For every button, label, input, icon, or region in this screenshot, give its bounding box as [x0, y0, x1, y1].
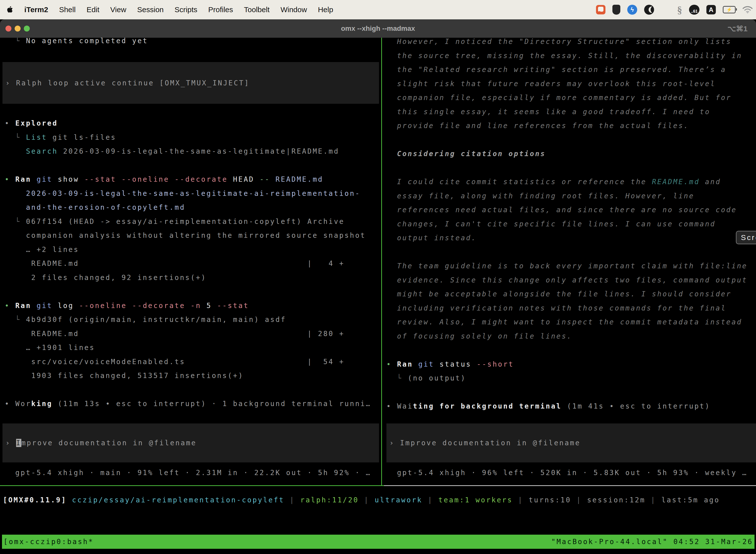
menu-item-view[interactable]: View	[110, 5, 126, 14]
terminal-line: of focusing solely on file lines.	[386, 329, 756, 343]
text-segment: 2026-03-09-is-legal-the-same-as-legitima…	[5, 189, 360, 198]
text-segment: last:5m ago	[662, 496, 720, 504]
menu-item-toolbelt[interactable]: Toolbelt	[244, 5, 270, 14]
pie-icon[interactable]	[644, 5, 654, 15]
wifi-icon[interactable]	[743, 6, 753, 13]
terminal-line: gpt-5.4 xhigh · 96% left · 520K in · 5.8…	[386, 466, 756, 480]
menu-item-session[interactable]: Session	[137, 5, 164, 14]
terminal-line: 2 files changed, 92 insertions(+)	[5, 271, 380, 285]
text-segment: |	[359, 496, 375, 504]
terminal-line: • Working (11m 13s • esc to interrupt) ·…	[5, 397, 380, 411]
apple-icon[interactable]	[6, 6, 13, 14]
text-segment: However, I noticed the "Directory Struct…	[386, 38, 732, 46]
menu-item-edit[interactable]: Edit	[86, 5, 100, 14]
pane-divider[interactable]	[381, 38, 382, 485]
terminal-line: • Ran git status --short	[386, 357, 756, 372]
tmux-host-clock: "MacBook-Pro-44.local" 04:52 31-Mar-26	[551, 538, 753, 546]
terminal-line: └ (no output)	[386, 371, 756, 385]
text-segment: Search	[26, 147, 58, 155]
menu-item-profiles[interactable]: Profiles	[208, 5, 233, 14]
terminal-line: • Explored	[5, 116, 380, 130]
text-segment: team:1 workers	[438, 496, 513, 504]
chat-icon[interactable]	[596, 5, 606, 14]
left-prompt-input[interactable]: › Improve documentation in @filename	[2, 424, 379, 462]
terminal-line	[5, 285, 380, 299]
text-segment: 1903 files changed, 513517 insertions(+)	[5, 372, 244, 380]
text-segment: •	[5, 301, 15, 310]
terminal-line: might be acceptable alongside the file l…	[386, 287, 756, 301]
text-segment: └	[5, 217, 26, 226]
text-segment: provide file and line references from th…	[386, 122, 689, 130]
left-model-status: gpt-5.4 xhigh · main · 91% left · 2.31M …	[5, 466, 380, 480]
terminal-line: evidence. Since this change only affects…	[386, 273, 756, 287]
text-segment: king	[31, 400, 53, 408]
terminal-line	[386, 343, 756, 357]
title-bar[interactable]: omx --xhigh --madmax ⌥⌘1	[0, 19, 756, 38]
terminal-line: provide file and line references from th…	[386, 119, 756, 133]
menu-item-scripts[interactable]: Scripts	[175, 5, 197, 14]
right-model-status: gpt-5.4 xhigh · 96% left · 520K in · 5.8…	[386, 466, 756, 480]
right-pane-log: However, I noticed the "Directory Struct…	[386, 38, 756, 413]
text-segment: and-the-erosion-of-copyleft.md	[5, 203, 185, 212]
blue-badge-icon[interactable]: ϟ	[627, 5, 637, 15]
terminal-line: • Ran git show --stat --oneline --decora…	[5, 172, 380, 187]
terminal-line: 1903 files changed, 513517 insertions(+)	[5, 369, 380, 383]
text-segment: … +1901 lines	[5, 343, 95, 352]
text-segment: cczip/essay/ai-reimplementation-copyleft	[67, 496, 285, 504]
tooltip-text: Scre	[741, 233, 756, 242]
text-segment: └	[386, 374, 408, 382]
text-segment: references need actual files, and since …	[386, 206, 737, 214]
dots-grid-icon[interactable]	[661, 5, 670, 14]
text-segment: HEAD	[228, 175, 254, 183]
terminal-line: Considering citation options	[386, 147, 756, 161]
text-segment: 067f154 (HEAD -> essay/ai-reimplementati…	[26, 217, 344, 226]
s-curve-icon[interactable]: §	[677, 4, 682, 16]
text-segment: Ran	[397, 360, 413, 368]
right-prompt-input[interactable]: › Improve documentation in @filename	[386, 424, 756, 462]
menu-item-shell[interactable]: Shell	[59, 5, 76, 14]
tmux-status-bar: [omx-cczip0:bash* "MacBook-Pro-44.local"…	[2, 535, 755, 549]
text-segment: No agents completed yet	[26, 38, 148, 45]
terminal-line: companion file, especially if more comme…	[386, 91, 756, 105]
text-segment: 2026-03-09-is-legal-the-same-as-legitima…	[58, 147, 339, 155]
text-segment: evidence. Since this change only affects…	[386, 276, 748, 284]
menu-item-help[interactable]: Help	[318, 5, 333, 14]
tmux-session-name[interactable]: [omx-cczip0:bash*	[3, 538, 94, 546]
text-segment: •	[386, 360, 397, 368]
terminal-line	[386, 161, 756, 175]
text-segment: might be acceptable alongside the file l…	[386, 290, 732, 298]
text-segment: companion file, especially if more comme…	[386, 94, 732, 102]
text-segment: Ralph loop active continue [OMX_TMUX_INJ…	[16, 79, 250, 87]
menu-item-window[interactable]: Window	[280, 5, 307, 14]
keyboard-a-icon[interactable]: A	[706, 5, 716, 14]
text-segment: README.md	[270, 175, 323, 183]
text-segment: 4b9d30f (origin/main, instructkr/main, m…	[26, 316, 286, 324]
terminal-line: I could cite commit statistics or refere…	[386, 175, 756, 189]
terminal-line: … +2 lines	[5, 243, 380, 257]
text-segment: output instead.	[386, 234, 477, 242]
window-shortcut-badge: ⌥⌘1	[728, 19, 748, 38]
text-segment: I could cite commit statistics or refere…	[386, 178, 652, 186]
terminal-line: slight risk that future readers may over…	[386, 77, 756, 91]
text-segment: README.md	[652, 178, 700, 186]
menu-item-iterm2[interactable]: iTerm2	[24, 5, 48, 14]
terminal-line: Search 2026-03-09-is-legal-the-same-as-l…	[5, 145, 380, 159]
text-segment: the source tree, missing the essay. Stil…	[386, 52, 742, 60]
terminal-line: the "Related research writing" section i…	[386, 63, 756, 77]
text-segment: └	[5, 38, 26, 45]
battery-charging-icon[interactable]: ⚡	[723, 6, 736, 13]
ralph-inject-box[interactable]: › Ralph loop active continue [OMX_TMUX_I…	[2, 62, 379, 104]
terminal-line: However, I noticed the "Directory Struct…	[386, 38, 756, 49]
text-segment: src/voice/voiceModeEnabled.ts | 54 +	[5, 358, 344, 366]
text-segment: --stat --oneline --decorate	[79, 175, 228, 183]
text-segment: of focusing solely on file lines.	[386, 332, 572, 340]
menu-bar: iTerm2 Shell Edit View Session Scripts P…	[0, 0, 756, 19]
text-segment: changes, I can't cite specific file line…	[386, 220, 715, 228]
text-segment: 5	[201, 301, 212, 310]
text-segment: git ls-files	[47, 133, 116, 142]
screen: iTerm2 Shell Edit View Session Scripts P…	[0, 0, 756, 554]
text-segment: turns:10	[528, 496, 571, 504]
shield-keyboard-icon[interactable]	[612, 5, 620, 15]
gauge-icon[interactable]: ..61	[689, 5, 699, 15]
terminal-line: including verification notes with those …	[386, 301, 756, 316]
